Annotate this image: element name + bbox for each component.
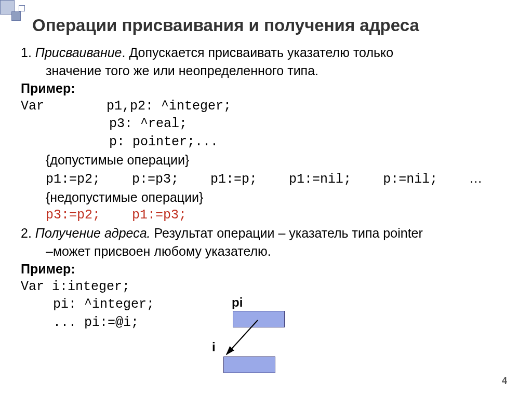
paragraph-cont: значение того же или неопределенного тип… xyxy=(21,62,511,80)
op: p:=p3; xyxy=(132,171,179,189)
slide-body: Операции присваивания и получения адреса… xyxy=(0,0,532,332)
comment-line: {недопустимые операции} xyxy=(21,188,511,207)
code-line: p1:=p2; p:=p3; p1:=p; p1:=nil; p:=nil; … xyxy=(21,169,511,189)
svg-line-0 xyxy=(227,320,258,354)
op: p1:=p2; xyxy=(46,171,100,189)
paragraph-cont: –может присвоен любому указателю. xyxy=(21,242,511,260)
term: Присваивание xyxy=(35,45,122,60)
text: Результат операции – указатель типа poin… xyxy=(151,226,423,240)
pointer-diagram: pi i xyxy=(208,298,343,381)
list-number: 1. xyxy=(21,45,35,60)
declaration: i:integer; xyxy=(52,279,130,294)
example-heading: Пример: xyxy=(21,79,511,98)
slide-title: Операции присваивания и получения адреса xyxy=(32,16,511,35)
op: p1:=p; xyxy=(210,171,257,189)
keyword-var: Var xyxy=(21,279,52,294)
page-number: 4 xyxy=(502,376,507,387)
term: Получение адреса. xyxy=(35,226,151,240)
code-line: Var i:integer; xyxy=(21,278,511,296)
code-line: p: pointer;... xyxy=(21,133,511,152)
paragraph: 2. Получение адреса. Результат операции … xyxy=(21,224,511,242)
op: p1:=nil; xyxy=(289,171,351,189)
ellipsis: … xyxy=(469,171,482,185)
code-line-invalid: p3:=p2; p1:=p3; xyxy=(21,207,511,225)
op-bad: p1:=p3; xyxy=(132,207,187,225)
keyword-var: Var xyxy=(21,99,44,114)
code-line: p3: ^real; xyxy=(21,115,511,133)
text: . Допускается присваивать указателю толь… xyxy=(122,45,394,60)
comment-line: {допустимые операции} xyxy=(21,151,511,169)
deco-square xyxy=(19,5,25,11)
arrow-icon xyxy=(208,298,343,381)
paragraph: 1. Присваивание. Допускается присваивать… xyxy=(21,44,511,62)
op: p:=nil; xyxy=(383,171,437,189)
code-line: Varp1,p2: ^integer; xyxy=(21,98,511,116)
list-number: 2. xyxy=(21,226,35,240)
op-bad: p3:=p2; xyxy=(46,207,100,225)
declaration: p1,p2: ^integer; xyxy=(107,99,231,114)
deco-square xyxy=(11,11,21,21)
example-heading: Пример: xyxy=(21,260,511,278)
slide-content: 1. Присваивание. Допускается присваивать… xyxy=(21,44,511,332)
